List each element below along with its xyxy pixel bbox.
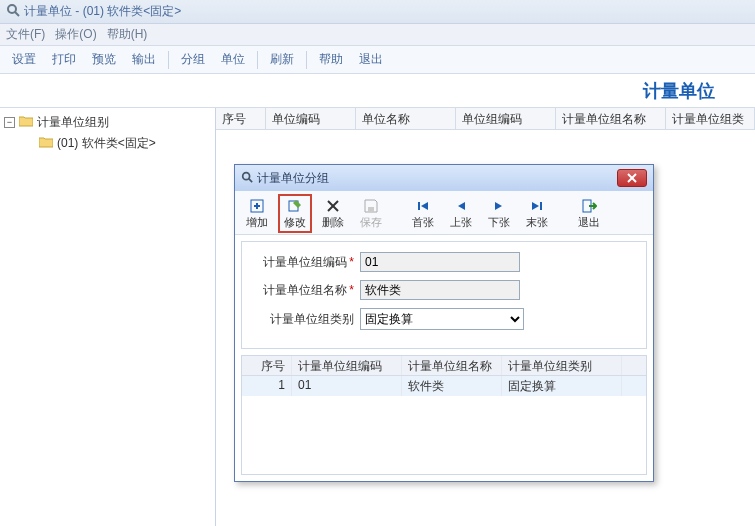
next-icon — [493, 197, 505, 215]
menu-help[interactable]: 帮助(H) — [107, 26, 148, 43]
dcol-name[interactable]: 计量单位组名称 — [402, 356, 502, 375]
folder-open-icon — [19, 115, 33, 130]
tb-help[interactable]: 帮助 — [313, 49, 349, 70]
dlg-delete-label: 删除 — [322, 215, 344, 230]
code-input[interactable] — [360, 252, 520, 272]
separator — [168, 51, 169, 69]
dlg-last-label: 末张 — [526, 215, 548, 230]
search-icon — [241, 171, 253, 186]
tree-child-label: (01) 软件类<固定> — [57, 135, 156, 152]
tree-child[interactable]: (01) 软件类<固定> — [24, 133, 211, 154]
svg-rect-13 — [418, 202, 420, 210]
sidebar-tree: − 计量单位组别 (01) 软件类<固定> — [0, 108, 216, 526]
tree-toggle-icon[interactable]: − — [4, 117, 15, 128]
dlg-save-label: 保存 — [360, 215, 382, 230]
page-title: 计量单位 — [643, 79, 715, 103]
dcol-code[interactable]: 计量单位组编码 — [292, 356, 402, 375]
prev-icon — [455, 197, 467, 215]
cell-name: 软件类 — [402, 376, 502, 396]
cell-code: 01 — [292, 376, 402, 396]
col-name[interactable]: 单位名称 — [356, 108, 456, 129]
dialog-toolbar: 增加 修改 删除 保存 首张 — [235, 191, 653, 235]
tb-refresh[interactable]: 刷新 — [264, 49, 300, 70]
tb-group[interactable]: 分组 — [175, 49, 211, 70]
dlg-exit-label: 退出 — [578, 215, 600, 230]
tb-unit[interactable]: 单位 — [215, 49, 251, 70]
edit-icon — [287, 197, 303, 215]
col-seq[interactable]: 序号 — [216, 108, 266, 129]
svg-point-0 — [8, 5, 16, 13]
content-area: 序号 单位编码 单位名称 单位组编码 计量单位组名称 计量单位组类 计量单位分组 — [216, 108, 755, 526]
cell-type: 固定换算 — [502, 376, 622, 396]
last-icon — [530, 197, 544, 215]
svg-line-1 — [15, 12, 19, 16]
tb-settings[interactable]: 设置 — [6, 49, 42, 70]
add-icon — [249, 197, 265, 215]
separator — [306, 51, 307, 69]
dcol-seq[interactable]: 序号 — [242, 356, 292, 375]
close-icon — [627, 173, 637, 183]
col-gname[interactable]: 计量单位组名称 — [556, 108, 666, 129]
group-dialog: 计量单位分组 增加 修改 删除 — [234, 164, 654, 482]
cell-seq: 1 — [242, 376, 292, 396]
tb-print[interactable]: 打印 — [46, 49, 82, 70]
name-label: 计量单位组名称* — [254, 282, 354, 299]
tree-root-label: 计量单位组别 — [37, 114, 109, 131]
col-code[interactable]: 单位编码 — [266, 108, 356, 129]
dlg-edit-label: 修改 — [284, 215, 306, 230]
dlg-exit-button[interactable]: 退出 — [573, 195, 605, 232]
svg-marker-15 — [458, 202, 465, 210]
dlg-prev-label: 上张 — [450, 215, 472, 230]
code-label: 计量单位组编码* — [254, 254, 354, 271]
dlg-save-button: 保存 — [355, 195, 387, 232]
dialog-form: 计量单位组编码* 计量单位组名称* 计量单位组类别 固定换算 — [241, 241, 647, 349]
menu-action[interactable]: 操作(O) — [55, 26, 96, 43]
tb-preview[interactable]: 预览 — [86, 49, 122, 70]
dlg-last-button[interactable]: 末张 — [521, 195, 553, 232]
tb-exit[interactable]: 退出 — [353, 49, 389, 70]
svg-line-3 — [249, 178, 252, 181]
delete-icon — [326, 197, 340, 215]
dlg-prev-button[interactable]: 上张 — [445, 195, 477, 232]
dialog-grid-header: 序号 计量单位组编码 计量单位组名称 计量单位组类别 — [242, 356, 646, 376]
dialog-title: 计量单位分组 — [257, 170, 329, 187]
dlg-next-button[interactable]: 下张 — [483, 195, 515, 232]
dlg-first-button[interactable]: 首张 — [407, 195, 439, 232]
dialog-grid: 序号 计量单位组编码 计量单位组名称 计量单位组类别 1 01 软件类 固定换算 — [241, 355, 647, 475]
svg-marker-14 — [421, 202, 428, 210]
type-label: 计量单位组类别 — [254, 311, 354, 328]
name-input[interactable] — [360, 280, 520, 300]
type-select[interactable]: 固定换算 — [360, 308, 524, 330]
app-icon — [6, 3, 20, 20]
dlg-add-button[interactable]: 增加 — [241, 195, 273, 232]
first-icon — [416, 197, 430, 215]
svg-point-2 — [243, 172, 250, 179]
dialog-close-button[interactable] — [617, 169, 647, 187]
col-gcode[interactable]: 单位组编码 — [456, 108, 556, 129]
exit-icon — [581, 197, 597, 215]
dcol-type[interactable]: 计量单位组类别 — [502, 356, 622, 375]
dlg-delete-button[interactable]: 删除 — [317, 195, 349, 232]
main-toolbar: 设置 打印 预览 输出 分组 单位 刷新 帮助 退出 — [0, 46, 755, 74]
page-banner: 计量单位 — [0, 74, 755, 108]
col-gtype[interactable]: 计量单位组类 — [666, 108, 755, 129]
dlg-next-label: 下张 — [488, 215, 510, 230]
save-icon — [363, 197, 379, 215]
dialog-titlebar[interactable]: 计量单位分组 — [235, 165, 653, 191]
svg-marker-16 — [495, 202, 502, 210]
main-grid-header: 序号 单位编码 单位名称 单位组编码 计量单位组名称 计量单位组类 — [216, 108, 755, 130]
svg-rect-18 — [540, 202, 542, 210]
menu-file[interactable]: 文件(F) — [6, 26, 45, 43]
svg-marker-17 — [532, 202, 539, 210]
dlg-edit-button[interactable]: 修改 — [279, 195, 311, 232]
window-title: 计量单位 - (01) 软件类<固定> — [24, 3, 181, 20]
svg-rect-12 — [368, 207, 374, 212]
dlg-first-label: 首张 — [412, 215, 434, 230]
dlg-add-label: 增加 — [246, 215, 268, 230]
tb-output[interactable]: 输出 — [126, 49, 162, 70]
window-titlebar: 计量单位 - (01) 软件类<固定> — [0, 0, 755, 24]
dialog-grid-row[interactable]: 1 01 软件类 固定换算 — [242, 376, 646, 396]
menubar: 文件(F) 操作(O) 帮助(H) — [0, 24, 755, 46]
tree-root[interactable]: − 计量单位组别 — [4, 112, 211, 133]
separator — [257, 51, 258, 69]
